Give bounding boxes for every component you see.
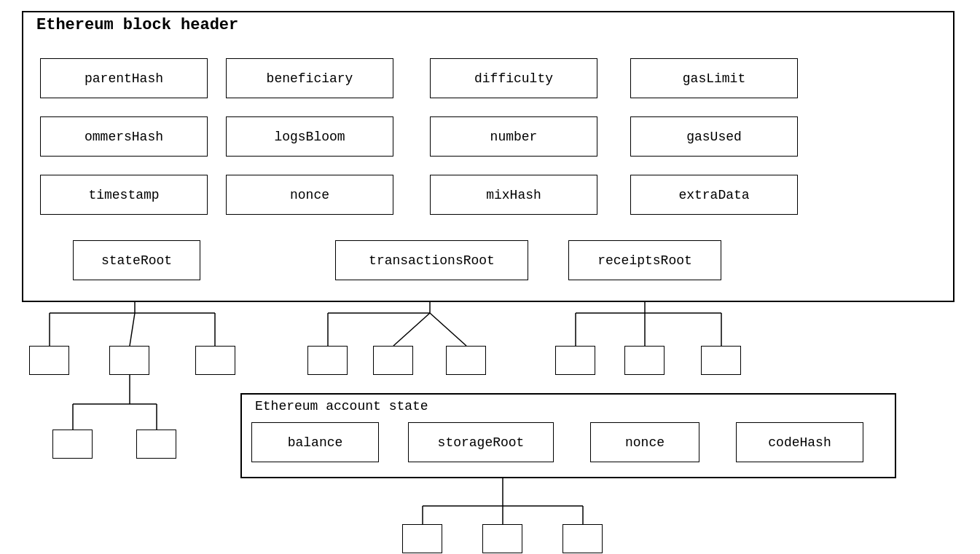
field-timestamp: timestamp [40,175,208,215]
stateroot-grandchild-left [52,430,93,459]
rcptroot-child-mid [624,346,665,375]
field-gasLimit: gasLimit [630,58,798,98]
field-balance: balance [251,422,379,462]
stateroot-grandchild-right [136,430,176,459]
field-ommersHash: ommersHash [40,116,208,157]
field-gasUsed: gasUsed [630,116,798,157]
field-difficulty: difficulty [430,58,597,98]
stateroot-child-mid [109,346,149,375]
block-header-title: Ethereum block header [36,16,238,34]
field-beneficiary: beneficiary [226,58,393,98]
svg-line-3 [130,313,135,346]
rcptroot-child-right [701,346,741,375]
txroot-child-left [307,346,348,375]
account-state-title: Ethereum account state [255,399,428,413]
field-receiptsRoot: receiptsRoot [568,240,721,280]
field-parentHash: parentHash [40,58,208,98]
field-codeHash: codeHash [736,422,863,462]
rcptroot-child-left [555,346,595,375]
field-nonce: nonce [226,175,393,215]
storageroot-child-right [562,524,603,553]
txroot-child-mid [373,346,413,375]
field-mixHash: mixHash [430,175,597,215]
svg-line-14 [393,313,430,346]
field-transactionsRoot: transactionsRoot [335,240,528,280]
field-number: number [430,116,597,157]
field-stateRoot: stateRoot [73,240,200,280]
storageroot-child-left [402,524,442,553]
txroot-child-right [446,346,486,375]
field-account-nonce: nonce [590,422,699,462]
field-storageRoot: storageRoot [408,422,554,462]
field-extraData: extraData [630,175,798,215]
storageroot-child-mid [482,524,522,553]
diagram: Ethereum block header parentHash benefic… [0,0,980,554]
svg-line-15 [430,313,466,346]
stateroot-child-left [29,346,69,375]
stateroot-child-right [195,346,235,375]
field-logsBloom: logsBloom [226,116,393,157]
